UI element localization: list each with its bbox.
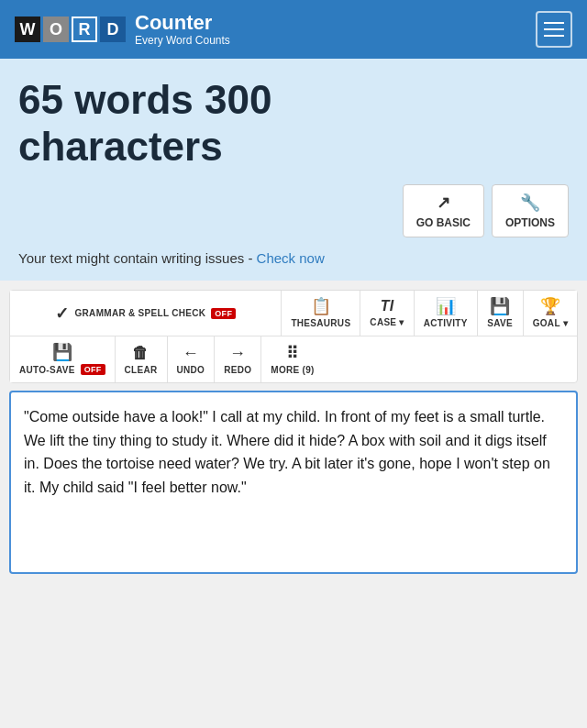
goal-icon: 🏆 (540, 298, 560, 314)
goal-button[interactable]: 🏆 GOAL ▾ (524, 291, 577, 336)
logo-letters: W O R D (15, 17, 126, 42)
undo-button[interactable]: ← UNDO (168, 336, 216, 382)
toolbar: ✓ GRAMMAR & SPELL CHECK OFF 📋 THESAURUS … (9, 290, 578, 383)
app-name: Counter (135, 12, 230, 34)
toolbar-row-1: ✓ GRAMMAR & SPELL CHECK OFF 📋 THESAURUS … (10, 291, 577, 336)
thesaurus-icon: 📋 (311, 298, 331, 314)
save-icon: 💾 (490, 298, 510, 314)
logo-text: Counter Every Word Counts (135, 12, 230, 46)
clear-label: CLEAR (125, 365, 158, 375)
auto-save-icon: 💾 (52, 344, 72, 360)
stats-buttons: ↗ GO BASIC 🔧 OPTIONS (18, 184, 569, 237)
redo-label: REDO (224, 365, 251, 375)
check-now-link[interactable]: Check now (257, 250, 325, 266)
logo-letter-r: R (72, 17, 97, 42)
grammar-spell-button[interactable]: ✓ GRAMMAR & SPELL CHECK OFF (10, 291, 282, 336)
clear-button[interactable]: 🗑 CLEAR (116, 336, 168, 382)
thesaurus-button[interactable]: 📋 THESAURUS (282, 291, 360, 336)
thesaurus-label: THESAURUS (291, 318, 350, 328)
logo-letter-d: D (100, 17, 126, 42)
goal-label: GOAL ▾ (533, 318, 568, 328)
hamburger-line-2 (544, 28, 564, 30)
activity-icon: 📊 (436, 298, 456, 314)
go-basic-icon: ↗ (437, 193, 450, 213)
menu-button[interactable] (536, 11, 572, 48)
activity-button[interactable]: 📊 ACTIVITY (415, 291, 478, 336)
options-button[interactable]: 🔧 OPTIONS (492, 184, 569, 237)
writing-issues-text: Your text might contain writing issues - (18, 250, 257, 266)
case-button[interactable]: TI CASE ▾ (360, 291, 414, 336)
undo-icon: ← (183, 345, 199, 361)
logo-area: W O R D Counter Every Word Counts (15, 12, 230, 46)
app-tagline: Every Word Counts (135, 35, 230, 47)
auto-save-text: AUTO-SAVE (19, 365, 75, 375)
grammar-label: GRAMMAR & SPELL CHECK OFF (75, 308, 237, 319)
logo-letter-w: W (15, 17, 40, 42)
stats-line2: characters (18, 124, 223, 169)
more-button[interactable]: ⠿ MORE (9) (261, 336, 323, 382)
more-label: MORE (9) (271, 365, 314, 375)
ti-case-icon: TI (381, 299, 394, 314)
save-button[interactable]: 💾 SAVE (478, 291, 524, 336)
undo-label: UNDO (177, 365, 205, 375)
checkmark-icon: ✓ (55, 305, 69, 322)
grammar-off-badge: OFF (211, 308, 236, 319)
text-editor[interactable]: "Come outside have a look!" I call at my… (9, 391, 578, 574)
redo-icon: → (229, 345, 246, 361)
hamburger-line-1 (544, 22, 564, 24)
stats-line1: 65 words 300 (18, 77, 271, 122)
case-label: CASE ▾ (370, 317, 404, 327)
stats-section: 65 words 300 characters ↗ GO BASIC 🔧 OPT… (0, 59, 587, 281)
hamburger-line-3 (544, 35, 564, 37)
clear-icon: 🗑 (132, 345, 149, 361)
writing-issues-bar: Your text might contain writing issues -… (18, 250, 569, 266)
activity-label: ACTIVITY (424, 318, 468, 328)
toolbar-row-2: 💾 AUTO-SAVE OFF 🗑 CLEAR ← UNDO → REDO ⠿ … (10, 336, 577, 382)
options-icon: 🔧 (520, 193, 540, 213)
auto-save-label: AUTO-SAVE OFF (19, 364, 105, 375)
options-label: OPTIONS (505, 216, 555, 229)
grammar-text: GRAMMAR & SPELL CHECK (75, 308, 206, 318)
redo-button[interactable]: → REDO (215, 336, 261, 382)
save-label: SAVE (487, 318, 513, 328)
auto-save-off-badge: OFF (81, 364, 105, 375)
stats-title: 65 words 300 characters (18, 77, 569, 170)
more-icon: ⠿ (286, 345, 298, 361)
editor-content: "Come outside have a look!" I call at my… (24, 409, 550, 495)
app-header: W O R D Counter Every Word Counts (0, 0, 587, 59)
go-basic-label: GO BASIC (416, 216, 471, 229)
logo-letter-o: O (43, 17, 69, 42)
auto-save-button[interactable]: 💾 AUTO-SAVE OFF (10, 336, 116, 382)
go-basic-button[interactable]: ↗ GO BASIC (403, 184, 484, 237)
